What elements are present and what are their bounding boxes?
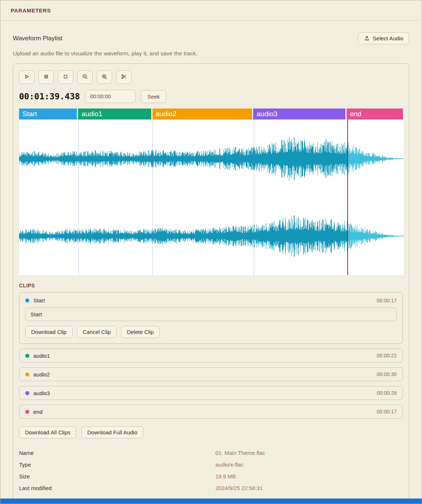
segment-divider [254, 119, 254, 275]
zoom-out-icon [82, 73, 88, 81]
clip-color-dot [25, 354, 29, 358]
stop-button[interactable] [58, 70, 73, 84]
file-info-value: 2024/9/25 22:58:31 [215, 485, 403, 491]
clip-name: audio1 [33, 353, 50, 359]
file-info-value: 19.9 MB [215, 473, 403, 479]
waveform-area[interactable] [19, 119, 404, 275]
segment-label: Start [22, 110, 37, 118]
file-info-row: Typeaudio/x-flac [19, 459, 403, 470]
file-info-row: Name01. Main Theme.flac [19, 447, 403, 459]
scissors-icon [121, 73, 127, 81]
main-content: Waveform Playlist Select Audio Upload an… [0, 32, 422, 504]
page-title: Waveform Playlist [13, 35, 62, 42]
seek-button[interactable]: Seek [141, 90, 166, 103]
app-window: PARAMETERS Waveform Playlist Select Audi… [0, 0, 422, 504]
clip-color-dot [25, 410, 29, 414]
file-info-label: Last modified [19, 485, 215, 491]
clip-card-start[interactable]: Start 00:00:17 Download Clip Cancel Clip… [19, 292, 403, 344]
clip-name: audio2 [33, 371, 50, 378]
time-row: 00:01:39.438 Seek [19, 90, 403, 103]
clip-duration: 00:00:17 [377, 298, 397, 303]
seek-time-input[interactable] [85, 90, 136, 103]
current-time-display: 00:01:39.438 [19, 92, 80, 101]
playhead-cursor[interactable] [347, 119, 348, 275]
segment-label: audio1 [81, 110, 102, 118]
bottom-progress-bar [0, 499, 422, 504]
upload-icon [364, 35, 370, 41]
play-button[interactable] [19, 70, 34, 84]
clip-name: Start [33, 297, 45, 303]
segment-divider [78, 119, 79, 275]
clip-row-end[interactable]: end00:00:17 [19, 405, 403, 419]
file-info-row: Size19.9 MB [19, 470, 403, 482]
stop-icon [62, 73, 69, 81]
clip-list: audio100:00:22audio200:00:30audio300:00:… [19, 349, 403, 419]
download-all-clips-button[interactable]: Download All Clips [19, 426, 76, 438]
clip-duration: 00:00:28 [377, 390, 397, 396]
segment-Start[interactable]: Start [19, 108, 78, 119]
zoom-in-icon [101, 73, 108, 81]
file-info-label: Type [19, 461, 215, 468]
waveform-playlist: Startaudio1audio2audio3end [19, 108, 403, 275]
segment-header-bar: Startaudio1audio2audio3end [19, 108, 403, 119]
segment-audio1[interactable]: audio1 [78, 108, 152, 119]
clip-duration: 00:00:22 [377, 353, 397, 358]
clip-name: end [33, 409, 42, 415]
clip-color-dot [25, 298, 29, 302]
file-info-label: Name [19, 450, 215, 456]
file-info-label: Size [19, 473, 215, 479]
waveform-canvas[interactable] [19, 119, 404, 275]
segment-audio3[interactable]: audio3 [253, 108, 347, 119]
cancel-clip-button[interactable]: Cancel Clip [77, 326, 117, 338]
delete-clip-button[interactable]: Delete Clip [121, 326, 159, 338]
cut-button[interactable] [116, 70, 132, 84]
clip-duration: 00:00:17 [377, 409, 397, 415]
download-full-audio-button[interactable]: Download Full Audio [81, 426, 143, 438]
zoom-in-button[interactable] [97, 70, 112, 84]
clip-duration: 00:00:30 [377, 371, 397, 377]
clip-row-audio2[interactable]: audio200:00:30 [19, 367, 403, 381]
clip-color-dot [25, 372, 29, 376]
pause-icon [43, 73, 49, 81]
clip-name: audio3 [33, 390, 50, 396]
select-audio-label: Select Audio [373, 35, 403, 41]
select-audio-button[interactable]: Select Audio [358, 32, 409, 44]
player-card: 00:01:39.438 Seek Startaudio1audio2audio… [13, 63, 409, 504]
zoom-out-button[interactable] [77, 70, 93, 84]
segment-label: audio2 [156, 110, 177, 118]
play-icon [23, 73, 30, 81]
file-info-value: audio/x-flac [215, 461, 403, 468]
pause-button[interactable] [38, 70, 54, 84]
segment-label: end [350, 110, 362, 118]
clip-color-dot [25, 391, 29, 395]
parameters-header: PARAMETERS [0, 0, 422, 21]
clips-heading: CLIPS [19, 283, 403, 288]
segment-audio2[interactable]: audio2 [152, 108, 253, 119]
segment-label: audio3 [256, 110, 277, 118]
file-info-value: 01. Main Theme.flac [215, 450, 403, 456]
segment-end[interactable]: end [347, 108, 403, 119]
download-clip-button[interactable]: Download Clip [25, 326, 73, 338]
file-info-row: Last modified2024/9/25 22:58:31 [19, 482, 403, 494]
clip-row-audio3[interactable]: audio300:00:28 [19, 386, 403, 400]
parameters-title: PARAMETERS [11, 7, 51, 14]
subtitle-text: Upload an audio file to visualize the wa… [13, 50, 409, 57]
file-info-table: Name01. Main Theme.flacTypeaudio/x-flacS… [19, 447, 403, 494]
clip-name-input[interactable] [25, 308, 397, 321]
clip-row-audio1[interactable]: audio100:00:22 [19, 349, 403, 363]
segment-divider [152, 119, 153, 275]
transport-toolbar [19, 70, 403, 84]
